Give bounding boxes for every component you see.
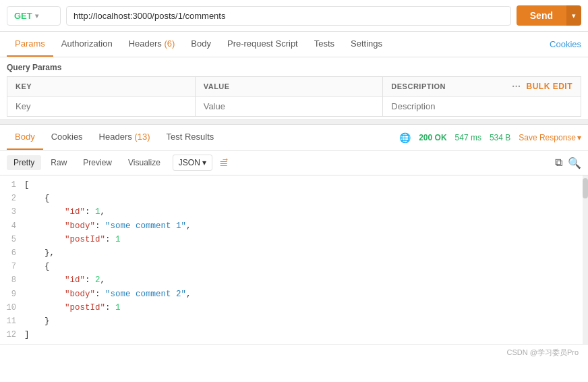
line-content-6: },	[24, 246, 588, 260]
line-content-7: {	[24, 260, 588, 273]
headers-badge: (6)	[164, 38, 175, 49]
key-input[interactable]	[16, 101, 187, 111]
col-key: KEY	[7, 77, 196, 97]
response-status: 🌐 200 OK 547 ms 534 B Save Response ▾	[399, 132, 581, 143]
line-content-5: "postId": 1	[24, 233, 588, 246]
code-line-1: 1 [	[0, 178, 588, 192]
response-time: 547 ms	[455, 133, 481, 142]
line-num-7: 7	[0, 260, 24, 273]
bulk-edit-button[interactable]: Bulk Edit	[527, 82, 573, 91]
response-size: 534 B	[490, 133, 510, 142]
tab-params[interactable]: Params	[7, 32, 53, 57]
line-content-10: "postId": 1	[24, 301, 588, 315]
globe-icon: 🌐	[399, 132, 411, 143]
method-label: GET	[14, 11, 32, 21]
line-content-9: "body": "some comment 2",	[24, 288, 588, 301]
res-headers-badge: (13)	[134, 132, 150, 142]
section-divider	[0, 119, 588, 125]
res-tab-headers[interactable]: Headers (13)	[91, 125, 158, 150]
col-value: VALUE	[195, 77, 383, 97]
status-code: 200 OK	[419, 133, 446, 142]
watermark: CSDN @学习委员Pro	[0, 344, 588, 360]
format-bar: Pretty Raw Preview Visualize JSON ▾ ≡⃗ ⧉…	[0, 151, 588, 175]
format-pretty[interactable]: Pretty	[7, 155, 41, 170]
response-tabs: Body Cookies Headers (13) Test Results 🌐…	[0, 125, 588, 151]
code-line-3: 3 "id": 1,	[0, 205, 588, 219]
line-content-11: }	[24, 315, 588, 328]
line-num-6: 6	[0, 246, 24, 260]
code-line-7: 7 {	[0, 260, 588, 273]
scrollbar[interactable]	[583, 175, 588, 344]
res-tab-test-results[interactable]: Test Results	[158, 125, 222, 150]
code-line-10: 10 "postId": 1	[0, 301, 588, 315]
tab-body[interactable]: Body	[183, 32, 219, 57]
value-input[interactable]	[204, 101, 375, 111]
description-input[interactable]	[391, 101, 572, 111]
line-content-4: "body": "some comment 1",	[24, 219, 588, 233]
res-tab-cookies[interactable]: Cookies	[43, 125, 91, 150]
line-num-3: 3	[0, 205, 24, 219]
line-num-2: 2	[0, 192, 24, 205]
json-chevron: ▾	[202, 158, 206, 167]
url-input[interactable]	[66, 6, 511, 26]
tab-prerequest[interactable]: Pre-request Script	[219, 32, 306, 57]
more-options-icon[interactable]: ···	[512, 81, 521, 92]
cookies-link[interactable]: Cookies	[550, 39, 581, 49]
line-content-2: {	[24, 192, 588, 205]
method-select[interactable]: GET ▾	[7, 6, 61, 26]
send-button[interactable]: Send	[517, 5, 566, 26]
send-dropdown-button[interactable]: ▾	[566, 5, 581, 26]
params-row	[7, 97, 581, 117]
format-preview[interactable]: Preview	[76, 155, 119, 170]
query-params-title: Query Params	[7, 63, 581, 72]
code-line-12: 12 ]	[0, 328, 588, 342]
code-line-9: 9 "body": "some comment 2",	[0, 288, 588, 301]
method-chevron: ▾	[35, 12, 38, 20]
code-area: 1 [ 2 { 3 "id": 1, 4 "body": "some comme…	[0, 175, 588, 344]
line-num-11: 11	[0, 315, 24, 328]
format-raw[interactable]: Raw	[44, 155, 74, 170]
send-button-group: Send ▾	[517, 5, 581, 26]
line-num-10: 10	[0, 301, 24, 315]
query-params-section: Query Params KEY VALUE DESCRIPTION ··· B…	[0, 57, 588, 119]
request-tabs: Params Authorization Headers (6) Body Pr…	[0, 32, 588, 57]
line-content-1: [	[24, 178, 588, 192]
search-icon[interactable]: 🔍	[568, 157, 581, 169]
line-content-8: "id": 2,	[24, 273, 588, 287]
scrollbar-thumb	[583, 178, 588, 198]
tab-authorization[interactable]: Authorization	[53, 32, 121, 57]
line-content-3: "id": 1,	[24, 205, 588, 219]
code-line-11: 11 }	[0, 315, 588, 328]
line-num-12: 12	[0, 328, 24, 342]
params-table: KEY VALUE DESCRIPTION ··· Bulk Edit	[7, 76, 581, 117]
json-label: JSON	[179, 158, 200, 167]
line-num-9: 9	[0, 288, 24, 301]
url-bar: GET ▾ Send ▾	[0, 0, 588, 32]
save-response-button[interactable]: Save Response ▾	[519, 133, 581, 142]
tab-tests[interactable]: Tests	[306, 32, 343, 57]
line-num-8: 8	[0, 273, 24, 287]
code-line-6: 6 },	[0, 246, 588, 260]
json-format-select[interactable]: JSON ▾	[173, 155, 212, 171]
code-wrapper: 1 [ 2 { 3 "id": 1, 4 "body": "some comme…	[0, 175, 588, 344]
wrap-icon[interactable]: ≡⃗	[219, 157, 228, 169]
watermark-text: CSDN @学习委员Pro	[506, 348, 579, 356]
format-visualize[interactable]: Visualize	[121, 155, 167, 170]
col-desc: DESCRIPTION ··· Bulk Edit	[383, 77, 581, 97]
line-content-12: ]	[24, 328, 588, 342]
tab-headers[interactable]: Headers (6)	[121, 32, 183, 57]
code-line-4: 4 "body": "some comment 1",	[0, 219, 588, 233]
code-line-8: 8 "id": 2,	[0, 273, 588, 287]
code-line-5: 5 "postId": 1	[0, 233, 588, 246]
tab-settings[interactable]: Settings	[343, 32, 390, 57]
code-line-2: 2 {	[0, 192, 588, 205]
format-actions: ⧉ 🔍	[555, 157, 581, 169]
copy-icon[interactable]: ⧉	[555, 157, 562, 169]
res-tab-body[interactable]: Body	[7, 125, 43, 150]
line-num-1: 1	[0, 178, 24, 192]
line-num-5: 5	[0, 233, 24, 246]
line-num-4: 4	[0, 219, 24, 233]
